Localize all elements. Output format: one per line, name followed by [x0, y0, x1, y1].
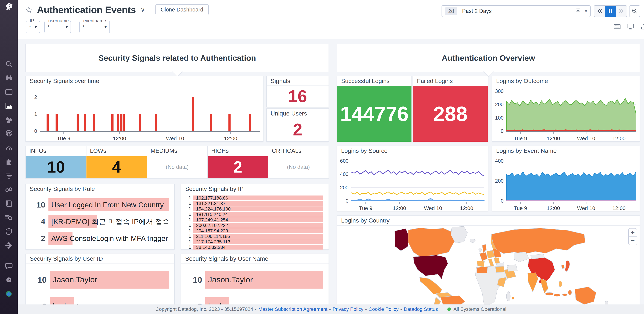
choropleth-world-map[interactable] [337, 226, 640, 305]
svg-text:1: 1 [34, 111, 37, 117]
widget-unique-users[interactable]: Unique Users 2 [266, 108, 329, 142]
pause-button[interactable] [605, 6, 616, 17]
notebooks-icon[interactable] [4, 199, 14, 209]
toplist-by-ip: 1102.177.188.861131.221.31.371154.224.17… [181, 194, 328, 251]
svg-text:Wed 10: Wed 10 [577, 136, 595, 141]
toplist-bar-track: [KR-DEMO] 최근 미접속 IP에서 접속 [48, 215, 169, 228]
severity-tile-infos[interactable]: INFOs10 [26, 146, 86, 178]
toplist-row[interactable]: 1217.174.235.113 [185, 239, 323, 244]
svg-text:Wed 10: Wed 10 [424, 205, 442, 211]
network-globe-icon[interactable] [4, 241, 14, 250]
datadog-logo-icon[interactable] [4, 2, 14, 12]
severity-tile-mediums[interactable]: MEDIUMs(No data) [147, 146, 208, 178]
toplist-row[interactable]: 138.140.32.234 [185, 245, 323, 250]
user-avatar[interactable] [4, 289, 14, 299]
metrics-chart-icon-active[interactable] [4, 101, 14, 111]
widget-logins-by-outcome[interactable]: Logins by Outcome 0100200300Tue 912:00We… [492, 76, 640, 142]
toplist-row[interactable]: 1197.249.41.254 [185, 217, 323, 222]
template-var-eventname-value: * [82, 24, 85, 30]
svg-text:600: 600 [340, 158, 348, 164]
toplist-count: 1 [185, 233, 191, 239]
toplist-row[interactable]: 1211.106.114.186 [185, 234, 323, 239]
toplist-row[interactable]: 2bad.actor [186, 297, 323, 305]
signals-value: 16 [267, 86, 328, 107]
widget-logins-by-country[interactable]: Logins by Country [337, 215, 640, 305]
toplist-bar-track: 131.221.31.37 [193, 201, 323, 206]
forward-button-disabled[interactable] [616, 6, 627, 17]
widget-logins-by-event-name[interactable]: Logins by Event Name 0200400Tue 912:00We… [492, 146, 640, 211]
zoom-out-button[interactable] [629, 5, 640, 17]
toplist-row[interactable]: 1131.221.31.37 [185, 201, 323, 206]
infrastructure-hexagons-icon[interactable] [4, 115, 14, 125]
svg-text:Tue 9: Tue 9 [514, 205, 527, 211]
widget-successful-logins[interactable]: Successful Logins 144776 [337, 76, 412, 142]
time-range-picker[interactable]: 2d Past 2 Days ▾ [442, 5, 590, 17]
widget-signals-by-user-id[interactable]: Security Signals by User ID 10Jason.Tayl… [26, 254, 175, 305]
widget-failed-logins[interactable]: Failed Logins 288 [413, 76, 488, 142]
security-shield-icon[interactable] [4, 227, 14, 236]
pin-icon[interactable] [575, 7, 581, 15]
caret-down-icon[interactable]: ▾ [585, 9, 587, 13]
clone-dashboard-button[interactable]: Clone Dashboard [156, 4, 209, 15]
keyboard-shortcuts-icon[interactable] [613, 23, 621, 30]
tv-mode-icon[interactable] [627, 23, 634, 30]
favorite-star-icon[interactable]: ☆ [25, 5, 33, 14]
help-icon[interactable]: ? [4, 275, 14, 285]
toplist-row[interactable]: 1102.177.188.86 [185, 195, 323, 200]
footer-link-master-subscription-agreement[interactable]: Master Subscription Agreement [258, 307, 328, 312]
toplist-count: 1 [185, 206, 191, 212]
widget-title: Unique Users [267, 109, 328, 118]
severity-tile-lows[interactable]: LOWs4 [86, 146, 147, 178]
widget-title: Successful Logins [337, 76, 412, 86]
feedback-chat-icon[interactable] [4, 261, 14, 271]
toplist-row[interactable]: 2AWS ConsoleLogin with MFA triggered I..… [30, 232, 169, 245]
widget-signals-by-user-name[interactable]: Security Signals by User Name 10Jason.Ta… [181, 254, 329, 305]
apm-target-icon[interactable] [4, 129, 14, 139]
template-var-ip[interactable]: IP *▾ [26, 21, 40, 33]
toplist-row[interactable]: 10User Logged In From New Country [30, 198, 169, 211]
severity-tile-highs[interactable]: HIGHs2 [207, 146, 268, 178]
widget-signals-by-ip[interactable]: Security Signals by IP 1102.177.188.8611… [181, 184, 329, 250]
template-var-username[interactable]: username *▾ [44, 21, 71, 33]
svg-text:Tue 9: Tue 9 [57, 136, 70, 141]
svg-text:?: ? [8, 278, 10, 282]
footer-link-datadog-status[interactable]: Datadog Status [404, 307, 438, 312]
watchdog-binoculars-icon[interactable] [4, 73, 14, 83]
synthetics-link-icon[interactable] [4, 185, 14, 195]
integrations-puzzle-icon[interactable] [4, 157, 14, 167]
severity-tile-criticals[interactable]: CRITICALs(No data) [268, 146, 329, 178]
toplist-row[interactable]: 10Jason.Taylor [186, 271, 323, 289]
toplist-row[interactable]: 2bad.actor [30, 297, 169, 305]
toplist-label: bad.actor [208, 302, 241, 305]
toplist-row[interactable]: 1154.224.176.100 [185, 206, 323, 211]
severity-tile-value: 4 [86, 156, 147, 178]
footer-link-privacy-policy[interactable]: Privacy Policy [332, 307, 364, 312]
widget-logins-by-source[interactable]: Logins by Source 0200400600Tue 912:00Wed… [337, 146, 488, 211]
footer-link-cookie-policy[interactable]: Cookie Policy [368, 307, 398, 312]
search-icon[interactable] [4, 59, 14, 69]
caret-down-icon: ▾ [104, 24, 107, 29]
events-list-icon[interactable] [4, 87, 14, 97]
widget-security-signals-over-time[interactable]: Security Signals over time 012Tue 912:00… [26, 76, 264, 142]
toplist-row[interactable]: 1181.115.240.24 [185, 212, 323, 217]
toplist-row[interactable]: 4[KR-DEMO] 최근 미접속 IP에서 접속 [30, 215, 169, 228]
section-title: Authentication Overview [442, 53, 535, 63]
widget-title: Failed Logins [413, 76, 488, 86]
dashboards-gauge-icon[interactable] [4, 143, 14, 153]
toplist-count: 1 [185, 228, 191, 233]
toplist-row[interactable]: 1204.157.94.229 [185, 228, 323, 233]
logs-pipeline-icon[interactable] [4, 171, 14, 181]
area-chart-logins-by-outcome: 0100200300Tue 912:00Wed 1012:00 [492, 86, 640, 141]
log-explorer-search-icon[interactable] [4, 213, 14, 222]
map-zoom-in-button[interactable]: + [628, 229, 637, 237]
title-chevron-down-icon[interactable]: ∨ [140, 6, 145, 13]
share-export-icon[interactable] [640, 23, 644, 30]
rewind-button[interactable] [594, 6, 605, 17]
map-zoom-out-button[interactable]: − [628, 237, 637, 245]
widget-signals-count[interactable]: Signals 16 [266, 76, 329, 107]
template-var-eventname[interactable]: eventname *▾ [80, 21, 110, 33]
widget-signals-by-rule[interactable]: Security Signals by Rule 10User Logged I… [26, 184, 175, 250]
toplist-row[interactable]: 10Jason.Taylor [30, 271, 169, 289]
toplist-bar-track: Jason.Taylor [50, 271, 169, 289]
toplist-row[interactable]: 1200.62.102.222 [185, 223, 323, 228]
